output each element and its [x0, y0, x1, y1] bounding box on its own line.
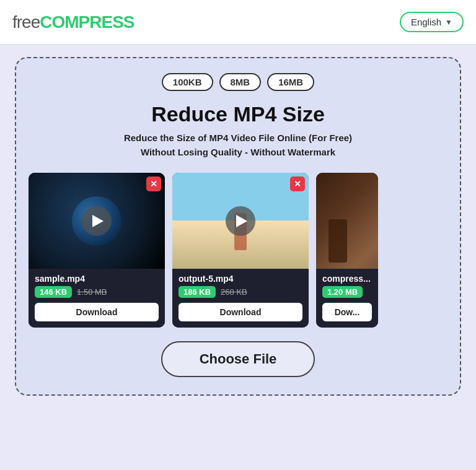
- video-thumb-3: [316, 173, 378, 269]
- logo-free-text: free: [12, 12, 40, 32]
- video-filename-2: output-5.mp4: [178, 274, 302, 284]
- play-icon-1: [92, 215, 104, 227]
- download-button-2[interactable]: Download: [178, 303, 302, 321]
- language-label: English: [411, 17, 441, 27]
- play-icon-2: [236, 215, 247, 227]
- size-badge-100kb[interactable]: 100KB: [162, 73, 213, 91]
- video-filename-1: sample.mp4: [35, 274, 159, 284]
- close-button-1[interactable]: ✕: [146, 176, 161, 191]
- video-filename-3: compress...: [322, 274, 372, 284]
- sub-title-line2: Without Losing Quality - Without Waterma…: [141, 147, 335, 157]
- size-badge-8mb[interactable]: 8MB: [219, 73, 262, 91]
- language-selector[interactable]: English ▼: [400, 12, 464, 32]
- logo: freeCOMPRESS: [12, 12, 134, 32]
- size-badges-row: 100KB 8MB 16MB: [162, 73, 314, 91]
- video-sizes-3: 1.20 MB: [322, 286, 372, 298]
- action-figure: [328, 219, 347, 263]
- video-card-1: ✕ sample.mp4 146 KB 1.50 MB Download: [29, 173, 165, 328]
- video-card-3: compress... 1.20 MB Dow...: [316, 173, 378, 328]
- video-thumb-2: [172, 173, 309, 269]
- video-info-1: sample.mp4 146 KB 1.50 MB Download: [29, 269, 165, 328]
- size-new-2: 186 KB: [178, 286, 216, 298]
- size-new-1: 146 KB: [35, 286, 72, 298]
- size-badge-16mb[interactable]: 16MB: [267, 73, 314, 91]
- size-old-1: 1.50 MB: [77, 287, 107, 297]
- video-thumb-1: [29, 173, 165, 269]
- size-old-2: 268 KB: [221, 287, 247, 297]
- video-info-3: compress... 1.20 MB Dow...: [316, 269, 378, 328]
- sub-title: Reduce the Size of MP4 Video File Online…: [124, 131, 352, 159]
- play-button-1[interactable]: [82, 206, 112, 236]
- main-title: Reduce MP4 Size: [151, 102, 325, 126]
- chevron-down-icon: ▼: [445, 18, 452, 27]
- upload-card: 100KB 8MB 16MB Reduce MP4 Size Reduce th…: [15, 57, 461, 396]
- main-content: 100KB 8MB 16MB Reduce MP4 Size Reduce th…: [0, 45, 476, 470]
- video-cards-row: ✕ sample.mp4 146 KB 1.50 MB Download: [29, 173, 447, 328]
- video-sizes-1: 146 KB 1.50 MB: [35, 286, 159, 298]
- video-sizes-2: 186 KB 268 KB: [178, 286, 302, 298]
- logo-compress-text: COMPRESS: [40, 12, 134, 32]
- download-button-1[interactable]: Download: [35, 303, 159, 321]
- header: freeCOMPRESS English ▼: [0, 0, 476, 45]
- sub-title-line1: Reduce the Size of MP4 Video File Online…: [124, 133, 352, 143]
- size-new-3: 1.20 MB: [322, 286, 363, 298]
- download-button-3[interactable]: Dow...: [322, 303, 372, 321]
- video-info-2: output-5.mp4 186 KB 268 KB Download: [172, 269, 309, 328]
- choose-file-button[interactable]: Choose File: [161, 341, 315, 377]
- play-button-2[interactable]: [226, 206, 255, 236]
- close-button-2[interactable]: ✕: [290, 176, 305, 191]
- video-card-2: ✕ output-5.mp4 186 KB 268 KB Download: [172, 173, 309, 328]
